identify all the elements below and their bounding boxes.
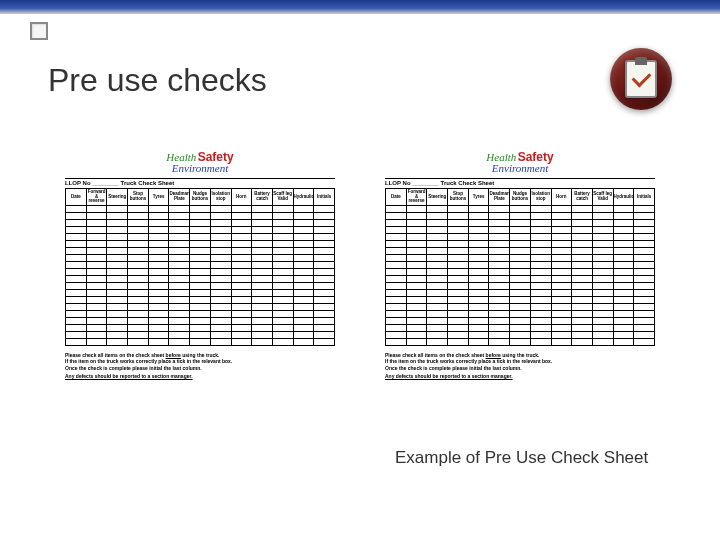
- table-row: [386, 247, 655, 254]
- table-cell: [66, 254, 87, 261]
- decorative-square-icon: [30, 22, 48, 40]
- table-cell: [314, 324, 335, 331]
- table-cell: [190, 296, 211, 303]
- check-sheet-left: Health SafetyEnvironmentLLOP No ________…: [65, 150, 335, 380]
- table-cell: [252, 261, 273, 268]
- table-cell: [572, 212, 593, 219]
- check-table: DateForward & reverseSteeringStop button…: [385, 188, 655, 346]
- table-cell: [252, 338, 273, 345]
- table-cell: [468, 331, 489, 338]
- table-cell: [128, 212, 149, 219]
- table-cell: [314, 303, 335, 310]
- table-cell: [634, 240, 655, 247]
- table-row: [386, 275, 655, 282]
- table-cell: [613, 282, 634, 289]
- table-cell: [190, 240, 211, 247]
- table-cell: [448, 331, 469, 338]
- table-cell: [66, 331, 87, 338]
- table-cell: [148, 303, 169, 310]
- table-cell: [448, 289, 469, 296]
- table-cell: [272, 247, 293, 254]
- table-cell: [148, 282, 169, 289]
- table-cell: [489, 219, 510, 226]
- table-cell: [272, 303, 293, 310]
- table-cell: [613, 226, 634, 233]
- table-cell: [148, 317, 169, 324]
- table-row: [66, 205, 335, 212]
- table-cell: [210, 268, 231, 275]
- table-cell: [128, 268, 149, 275]
- table-cell: [314, 247, 335, 254]
- table-cell: [510, 205, 531, 212]
- slide-top-border: [0, 0, 720, 14]
- table-cell: [190, 205, 211, 212]
- table-cell: [489, 233, 510, 240]
- table-cell: [572, 282, 593, 289]
- column-header: Initials: [314, 189, 335, 206]
- clipboard-check-icon: [610, 48, 672, 110]
- table-cell: [386, 212, 407, 219]
- table-cell: [634, 324, 655, 331]
- table-cell: [468, 317, 489, 324]
- table-cell: [572, 296, 593, 303]
- table-cell: [231, 331, 252, 338]
- table-cell: [272, 219, 293, 226]
- table-cell: [427, 261, 448, 268]
- table-cell: [210, 240, 231, 247]
- table-cell: [448, 240, 469, 247]
- table-cell: [169, 310, 190, 317]
- table-cell: [314, 331, 335, 338]
- table-cell: [592, 226, 613, 233]
- table-cell: [107, 275, 128, 282]
- table-cell: [406, 254, 427, 261]
- table-cell: [510, 317, 531, 324]
- column-header: Scaff leg Valid: [272, 189, 293, 206]
- sheet-logo: Health SafetyEnvironment: [65, 150, 335, 174]
- table-row: [66, 282, 335, 289]
- table-cell: [448, 219, 469, 226]
- table-cell: [551, 219, 572, 226]
- table-row: [386, 303, 655, 310]
- table-cell: [128, 233, 149, 240]
- table-cell: [634, 310, 655, 317]
- table-cell: [86, 275, 107, 282]
- table-cell: [293, 261, 314, 268]
- table-cell: [448, 247, 469, 254]
- table-cell: [406, 338, 427, 345]
- table-cell: [314, 338, 335, 345]
- table-cell: [406, 282, 427, 289]
- table-row: [66, 233, 335, 240]
- table-cell: [427, 324, 448, 331]
- table-cell: [510, 296, 531, 303]
- table-cell: [148, 296, 169, 303]
- table-cell: [128, 338, 149, 345]
- table-cell: [231, 247, 252, 254]
- table-cell: [190, 212, 211, 219]
- table-cell: [128, 275, 149, 282]
- table-cell: [468, 205, 489, 212]
- caption-text: Example of Pre Use Check Sheet: [395, 448, 648, 468]
- table-cell: [592, 268, 613, 275]
- table-cell: [210, 261, 231, 268]
- table-cell: [427, 212, 448, 219]
- table-cell: [107, 205, 128, 212]
- table-cell: [386, 268, 407, 275]
- table-cell: [530, 268, 551, 275]
- table-cell: [252, 289, 273, 296]
- table-cell: [613, 296, 634, 303]
- table-cell: [551, 226, 572, 233]
- table-cell: [406, 289, 427, 296]
- table-cell: [489, 261, 510, 268]
- table-cell: [468, 296, 489, 303]
- table-cell: [386, 324, 407, 331]
- table-cell: [427, 275, 448, 282]
- column-header: Hydraulics: [293, 189, 314, 206]
- table-cell: [572, 317, 593, 324]
- table-cell: [592, 331, 613, 338]
- table-cell: [489, 331, 510, 338]
- table-cell: [634, 247, 655, 254]
- table-cell: [169, 331, 190, 338]
- table-cell: [530, 296, 551, 303]
- table-cell: [210, 219, 231, 226]
- table-cell: [592, 317, 613, 324]
